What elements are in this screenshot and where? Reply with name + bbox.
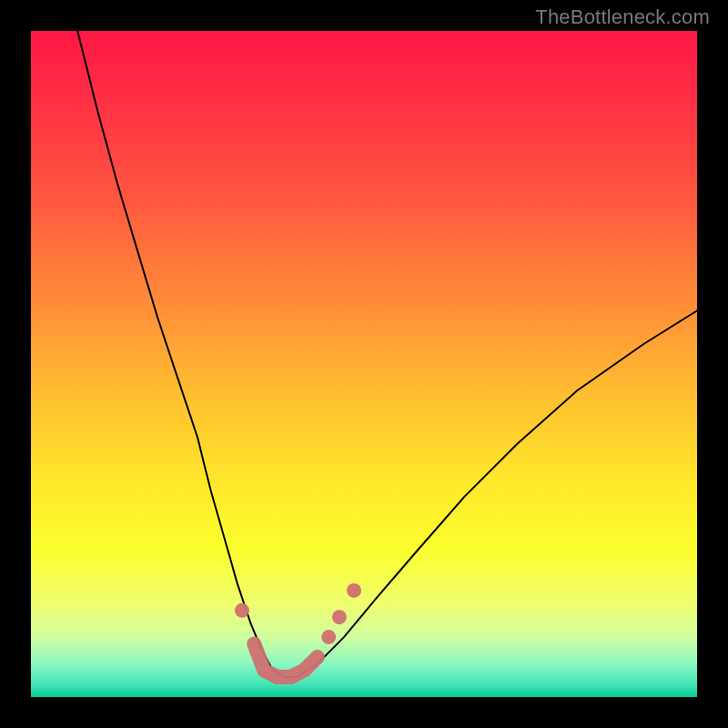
watermark-text: TheBottleneck.com bbox=[535, 5, 710, 29]
trough-dots bbox=[235, 583, 361, 644]
trough-dot bbox=[347, 583, 361, 598]
chart-frame: TheBottleneck.com bbox=[0, 0, 728, 728]
bottleneck-curve bbox=[77, 31, 697, 677]
trough-dot bbox=[332, 610, 347, 624]
plot-area bbox=[31, 31, 697, 697]
trough-highlight bbox=[254, 643, 318, 677]
trough-dot bbox=[235, 603, 249, 618]
curve-svg bbox=[31, 31, 697, 697]
trough-dot bbox=[321, 630, 336, 644]
